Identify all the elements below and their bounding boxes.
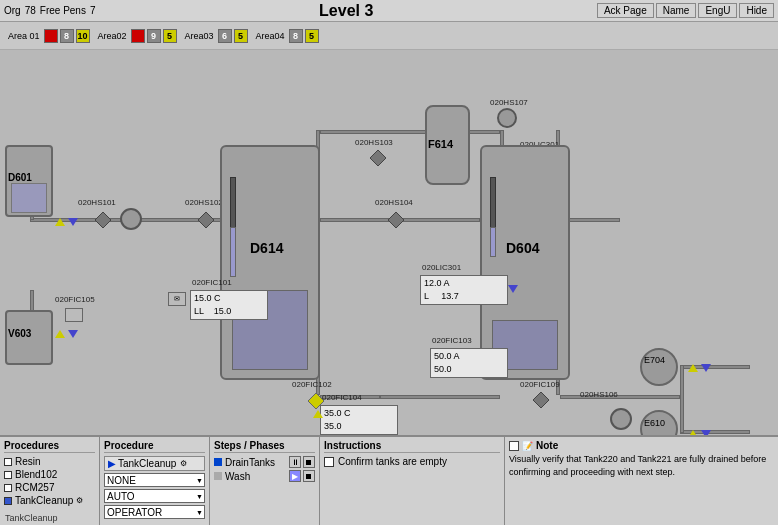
area-01-red[interactable] xyxy=(44,29,58,43)
proc-auto-label: AUTO xyxy=(107,491,135,502)
inst-fic103[interactable]: 50.0 A 50.0 xyxy=(430,348,508,378)
svg-marker-2 xyxy=(370,150,386,166)
proc-tankcleanup-label: TankCleanup xyxy=(15,495,73,506)
tag-hs107: 020HS107 xyxy=(490,98,528,107)
pipe-v-right xyxy=(680,365,684,433)
inst-fic101[interactable]: 15.0 C LL 15.0 xyxy=(190,290,268,320)
ack-page-button[interactable]: Ack Page xyxy=(597,3,654,18)
fic101-val2: LL 15.0 xyxy=(194,305,264,318)
pipe-bottom-right xyxy=(560,395,680,399)
vessel-d614 xyxy=(220,145,320,380)
proc-resin[interactable]: Resin xyxy=(4,456,95,467)
pump-circle xyxy=(120,208,142,230)
fic105-meter xyxy=(65,308,83,322)
proc-row-auto[interactable]: AUTO xyxy=(104,489,205,503)
step-wash-label: Wash xyxy=(225,471,250,482)
proc-resin-icon xyxy=(4,458,12,466)
tag-fic103: 020FIC103 xyxy=(432,336,472,345)
step-wash-stop[interactable]: ⏹ xyxy=(303,470,315,482)
hide-button[interactable]: Hide xyxy=(739,3,774,18)
page-title: Level 3 xyxy=(96,2,597,20)
inst-lic301[interactable]: 12.0 A L 13.7 xyxy=(420,275,508,305)
note-title: Note xyxy=(536,440,558,451)
vessel-d601-label: D601 xyxy=(8,172,32,183)
valve-hs103[interactable] xyxy=(370,150,386,168)
tri-up-d601 xyxy=(55,218,65,226)
proc-row-none[interactable]: NONE xyxy=(104,473,205,487)
d601-indicators xyxy=(55,218,78,226)
proc-rcm257-label: RCM257 xyxy=(15,482,54,493)
proc-tankcleanup[interactable]: TankCleanup ⚙ xyxy=(4,495,95,506)
vessel-d604-label: D604 xyxy=(506,240,539,256)
procedure-title: Procedure xyxy=(104,440,205,453)
area-01-count: 8 xyxy=(60,29,74,43)
areas-bar: Area 01 8 10 Area02 9 5 Area03 6 5 Area0… xyxy=(0,22,778,50)
proc-tankcleanup-val: TankCleanup xyxy=(118,458,176,469)
area-03-yellow: 5 xyxy=(234,29,248,43)
step-draintanks-pause[interactable]: ⏸ xyxy=(289,456,301,468)
engu-button[interactable]: EngU xyxy=(698,3,737,18)
steps-section: Steps / Phases DrainTanks ⏸ ⏹ Wash ▶ ⏹ xyxy=(210,437,320,525)
fic104-val1: 35.0 C xyxy=(324,407,394,420)
area-02-yellow: 5 xyxy=(163,29,177,43)
process-area: D601 V603 020HS101 020HS102 D614 F614 02… xyxy=(0,50,778,435)
tag-hs106: 020HS106 xyxy=(580,390,618,399)
instr-confirm-tanks[interactable]: Confirm tanks are empty xyxy=(324,456,500,467)
vessel-v603-label: V603 xyxy=(8,328,31,339)
proc-resin-label: Resin xyxy=(15,456,41,467)
valve-hs104[interactable] xyxy=(388,212,404,230)
fic103-val2: 50.0 xyxy=(434,363,504,376)
e704-indicators xyxy=(688,364,711,372)
tank-cleanup-footer-label: TankCleanup xyxy=(5,513,58,523)
tag-hs104: 020HS104 xyxy=(375,198,413,207)
tri-down-e704 xyxy=(701,364,711,372)
vessel-f614-label: F614 xyxy=(428,138,453,150)
vessel-d604 xyxy=(480,145,570,380)
step-draintanks-stop[interactable]: ⏹ xyxy=(303,456,315,468)
valve-hs101[interactable] xyxy=(95,212,111,230)
fic104-val2: 35.0 xyxy=(324,420,394,433)
proc-blend102[interactable]: Blend102 xyxy=(4,469,95,480)
tri-down-d601 xyxy=(68,218,78,226)
procedure-section: Procedure ▶ TankCleanup ⚙ NONE AUTO OPER… xyxy=(100,437,210,525)
note-checkbox[interactable] xyxy=(509,441,519,451)
tag-fic109: 020FIC109 xyxy=(520,380,560,389)
valve-fic102[interactable] xyxy=(308,393,324,411)
name-button[interactable]: Name xyxy=(656,3,697,18)
proc-rcm257-icon xyxy=(4,484,12,492)
tag-lic301: 020LIC301 xyxy=(422,263,461,272)
tri-up-e610 xyxy=(688,430,698,435)
proc-none-label: NONE xyxy=(107,475,136,486)
vessel-d614-label: D614 xyxy=(250,240,283,256)
tag-fic102: 020FIC102 xyxy=(292,380,332,389)
area-01-label: Area 01 xyxy=(8,31,40,41)
v603-indicators xyxy=(55,330,78,338)
area-02-label: Area02 xyxy=(98,31,127,41)
area-02-red[interactable] xyxy=(131,29,145,43)
fic103-val1: 50.0 A xyxy=(434,350,504,363)
proc-row-operator[interactable]: OPERATOR xyxy=(104,505,205,519)
step-wash-controls: ▶ ⏹ xyxy=(289,470,315,482)
inst-fic104[interactable]: 35.0 C 35.0 xyxy=(320,405,398,435)
proc-rcm257[interactable]: RCM257 xyxy=(4,482,95,493)
step-wash[interactable]: Wash ▶ ⏹ xyxy=(214,470,315,482)
area-04-label: Area04 xyxy=(256,31,285,41)
note-title-icon: 📝 xyxy=(522,441,533,451)
tri-lic301 xyxy=(508,285,518,293)
proc-blend102-icon xyxy=(4,471,12,479)
vessel-e610-label: E610 xyxy=(644,418,665,428)
valve-hs102[interactable] xyxy=(198,212,214,230)
valve-fic109[interactable] xyxy=(533,392,549,410)
fic101-meter: ✉ xyxy=(168,292,186,306)
step-draintanks-label: DrainTanks xyxy=(225,457,275,468)
vessel-e704-label: E704 xyxy=(644,355,665,365)
instr-checkbox[interactable] xyxy=(324,457,334,467)
instructions-section: Instructions Confirm tanks are empty xyxy=(320,437,505,525)
step-wash-icon xyxy=(214,472,222,480)
tri-up-e704 xyxy=(688,364,698,372)
step-wash-play[interactable]: ▶ xyxy=(289,470,301,482)
area-04-yellow: 5 xyxy=(305,29,319,43)
org-label: Org xyxy=(4,5,21,16)
free-pens-label: Free Pens xyxy=(40,5,86,16)
step-draintanks[interactable]: DrainTanks ⏸ ⏹ xyxy=(214,456,315,468)
